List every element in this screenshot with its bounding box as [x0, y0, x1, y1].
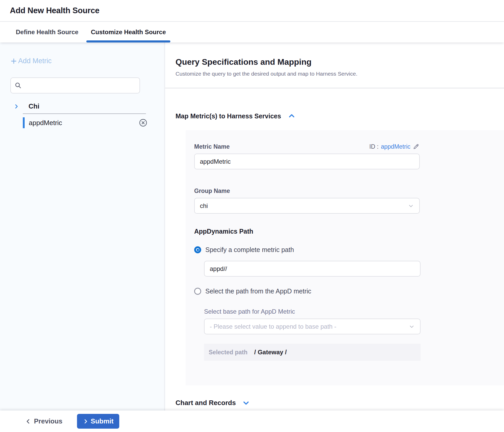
selected-path-box: Selected path / Gateway /	[204, 344, 421, 361]
query-specifications-panel: Query Specifications and Mapping Customi…	[165, 42, 504, 411]
id-label: ID :	[369, 143, 379, 150]
base-path-placeholder: - Please select value to append to base …	[210, 323, 336, 330]
appdynamics-path-label: AppDynamics Path	[194, 228, 504, 235]
radio-complete-metric-path-label: Specify a complete metric path	[205, 246, 294, 254]
sidebar-divider	[23, 113, 146, 114]
base-path-label: Select base path for AppD Metric	[204, 308, 421, 315]
submit-button[interactable]: Submit	[77, 414, 119, 429]
chevron-right-icon[interactable]	[13, 104, 19, 109]
metric-item-label: appdMetric	[29, 119, 139, 127]
add-metric-label: Add Metric	[18, 57, 52, 65]
panel-subtitle: Customize the query to get the desired o…	[176, 71, 504, 77]
map-metrics-section-toggle[interactable]: Map Metric(s) to Harness Services	[176, 112, 296, 120]
id-value-link[interactable]: appdMetric	[381, 143, 410, 150]
chevron-down-icon	[242, 399, 250, 407]
radio-selected-icon[interactable]	[194, 246, 201, 253]
metric-group-chi[interactable]: Chi	[10, 102, 164, 110]
radio-select-path-from-appd[interactable]: Select the path from the AppD metric	[194, 287, 311, 295]
chevron-up-icon	[288, 112, 296, 120]
metric-name-input[interactable]	[194, 154, 420, 169]
chevron-right-icon	[83, 419, 88, 424]
tab-customize-health-source[interactable]: Customize Health Source	[86, 22, 170, 42]
panel-title: Query Specifications and Mapping	[176, 57, 504, 67]
chart-and-records-section-toggle[interactable]: Chart and Records	[176, 399, 250, 407]
add-metric-button[interactable]: Add Metric	[10, 57, 52, 65]
selected-item-indicator	[23, 117, 25, 128]
radio-unselected-icon[interactable]	[194, 288, 201, 295]
page-title: Add New Health Source	[10, 6, 99, 15]
chevron-left-icon	[25, 418, 31, 424]
metric-group-label: Chi	[29, 102, 39, 110]
search-icon	[15, 82, 22, 89]
edit-id-icon[interactable]	[413, 143, 420, 150]
delete-metric-icon[interactable]	[139, 118, 148, 127]
dialog-header: Add New Health Source	[0, 0, 504, 22]
submit-button-label: Submit	[91, 417, 114, 425]
plus-icon	[10, 58, 17, 64]
metrics-sidebar: Add Metric Chi appdMetric	[0, 42, 165, 411]
panel-divider	[165, 88, 504, 88]
group-name-label: Group Name	[194, 188, 230, 195]
group-name-select[interactable]: chi	[194, 198, 420, 214]
group-name-value: chi	[200, 202, 208, 210]
tab-customize-health-source-label: Customize Health Source	[91, 28, 166, 36]
selected-path-label: Selected path	[209, 349, 248, 356]
metric-search-input[interactable]	[24, 82, 136, 89]
selected-path-value: / Gateway /	[254, 349, 287, 356]
dialog-footer: Previous Submit	[0, 411, 504, 432]
map-metrics-section-title: Map Metric(s) to Harness Services	[176, 112, 281, 120]
map-metrics-card: Metric Name ID : appdMetric Group Name	[186, 130, 504, 385]
complete-metric-path-input[interactable]	[204, 261, 421, 277]
tab-bar: Define Health Source Customize Health So…	[0, 22, 504, 42]
content-area: Add Metric Chi appdMetric Query Specific…	[0, 42, 504, 411]
metric-name-label: Metric Name	[194, 143, 230, 150]
tab-define-health-source[interactable]: Define Health Source	[11, 22, 83, 42]
chevron-down-icon	[408, 203, 414, 209]
chart-and-records-title: Chart and Records	[176, 399, 236, 407]
radio-complete-metric-path[interactable]: Specify a complete metric path	[194, 246, 294, 254]
metric-list-item-appdmetric[interactable]: appdMetric	[23, 117, 148, 129]
chevron-down-icon	[409, 323, 415, 330]
base-path-select[interactable]: - Please select value to append to base …	[204, 319, 421, 334]
previous-button[interactable]: Previous	[25, 417, 62, 425]
tab-define-health-source-label: Define Health Source	[16, 28, 78, 36]
radio-select-path-from-appd-label: Select the path from the AppD metric	[205, 287, 311, 295]
metric-search-box[interactable]	[10, 77, 140, 93]
previous-button-label: Previous	[34, 417, 62, 425]
